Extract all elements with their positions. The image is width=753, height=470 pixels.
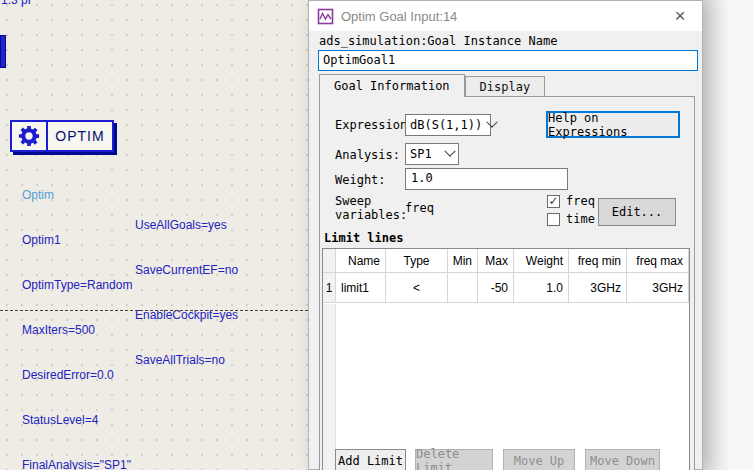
background-right-strip [703,0,753,470]
sweep-variables-label-line1: Sweep [335,194,371,208]
goal-information-panel: Expression: dB(S(1,1)) Help on Expressio… [319,96,695,470]
time-checkbox-label: time [566,212,595,226]
sweep-variables-value: freq [405,201,434,215]
optim-goal-input-dialog: Optim Goal Input:14 × ads_simulation:Goa… [308,0,703,470]
freq-checkbox-row: ✓ freq [547,194,595,208]
freq-checkbox-label: freq [566,194,595,208]
param-line: DesiredError=0.0 [22,368,133,383]
schematic-partial-text: 1.3 pF [1,0,35,7]
param-line: StatusLevel=4 [22,413,133,428]
tab-display[interactable]: Display [465,76,546,96]
header-cell-freq-max: freq max [627,249,689,273]
instance-name-input[interactable]: OptimGoal1 [318,50,698,71]
header-cell-freq-min: freq min [569,249,627,273]
optim-component[interactable]: OPTIM [10,120,114,152]
cell-min[interactable] [448,273,478,303]
chevron-down-icon [487,117,498,128]
analysis-combobox[interactable]: SP1 [405,143,459,165]
param-line: Optim [22,188,133,203]
header-cell-weight: Weight [514,249,569,273]
optim-parameter-list-left: Optim Optim1 OptimType=Random MaxIters=5… [22,158,133,470]
freq-checkbox[interactable]: ✓ [547,195,560,208]
limit-lines-table: Name Type Min Max Weight freq min freq m… [322,248,690,470]
dialog-title: Optim Goal Input:14 [341,9,457,24]
param-line: MaxIters=500 [22,323,133,338]
dialog-tabs: Goal Information Display [319,74,545,96]
expression-combobox[interactable]: dB(S(1,1)) [405,114,491,136]
schematic-partial-component[interactable] [0,35,6,68]
delete-limit-button: Delete Limit [415,449,493,470]
row-number-cell: 1 [323,273,336,303]
optim-parameter-list-right: UseAllGoals=yes SaveCurrentEF=no EnableC… [135,188,238,398]
param-line: OptimType=Random [22,278,133,293]
param-line: Optim1 [22,233,133,248]
close-icon[interactable]: × [666,3,694,29]
param-line: UseAllGoals=yes [135,218,238,233]
limit-table-row: 1 limit1 < -50 1.0 3GHz 3GHz [323,273,689,303]
expression-value: dB(S(1,1)) [410,118,482,132]
analysis-label: Analysis: [335,148,400,162]
cell-freq-max[interactable]: 3GHz [627,273,689,303]
header-cell-rownum [323,249,336,273]
help-on-expressions-button[interactable]: Help on Expressions [546,111,680,138]
header-cell-max: Max [478,249,514,273]
optim-component-label: OPTIM [48,122,112,150]
time-checkbox-row: time [547,212,595,226]
analysis-value: SP1 [410,147,440,161]
cell-weight[interactable]: 1.0 [514,273,569,303]
param-line: SaveAllTrials=no [135,353,238,368]
weight-input[interactable]: 1.0 [405,168,568,190]
expression-label: Expression: [335,118,414,132]
param-line: FinalAnalysis="SP1" [22,458,133,470]
chevron-down-icon [444,146,455,157]
param-line: SaveCurrentEF=no [135,263,238,278]
move-up-button: Move Up [503,449,575,470]
time-checkbox[interactable] [547,213,560,226]
cell-name[interactable]: limit1 [336,273,386,303]
optim-gear-icon [12,122,48,150]
limit-table-header-row: Name Type Min Max Weight freq min freq m… [323,249,689,273]
checkmark-icon: ✓ [548,195,558,207]
instance-name-label: ads_simulation:Goal Instance Name [319,34,557,48]
header-cell-min: Min [448,249,478,273]
add-limit-button[interactable]: Add Limit [335,449,406,470]
edit-button[interactable]: Edit... [598,198,676,226]
cell-type[interactable]: < [386,273,448,303]
tab-goal-information[interactable]: Goal Information [319,74,465,97]
header-cell-type: Type [386,249,448,273]
dialog-titlebar: Optim Goal Input:14 × [309,1,702,31]
header-cell-name: Name [336,249,386,273]
cell-max[interactable]: -50 [478,273,514,303]
move-down-button: Move Down [585,449,660,470]
limit-lines-section-label: Limit lines [324,231,403,245]
row-number-column-strip [323,304,336,470]
goal-icon [317,8,334,25]
schematic-page-divider [0,310,308,311]
sweep-variables-label-line2: variables: [335,208,407,222]
cell-freq-min[interactable]: 3GHz [569,273,627,303]
weight-label: Weight: [335,173,386,187]
